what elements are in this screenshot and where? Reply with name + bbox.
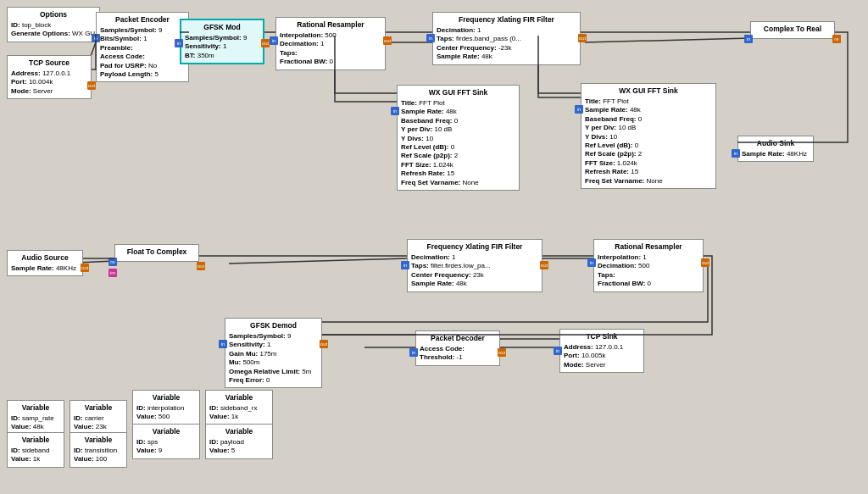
audio-source-out-port: out bbox=[81, 264, 89, 273]
ftc-out-port: out bbox=[197, 262, 205, 271]
ctr-out-port: re bbox=[832, 35, 841, 44]
var-samp-rate-block[interactable]: Variable ID: samp_rate Value: 48k bbox=[7, 400, 64, 436]
gfsk-mod-out-port: out bbox=[261, 39, 270, 48]
svg-line-4 bbox=[585, 38, 750, 42]
rr2-out-port: out bbox=[701, 258, 709, 268]
audio-source-block[interactable]: Audio Source Sample Rate: 48KHz out bbox=[7, 250, 83, 276]
rational-resampler1-block[interactable]: in Rational Resampler Interpolation: 500… bbox=[275, 17, 386, 70]
ftc-im-port: im bbox=[108, 269, 117, 278]
tcp-sink-in-port: in bbox=[554, 347, 562, 356]
var-payload-block[interactable]: Variable ID: payload Value: 5 bbox=[205, 424, 273, 459]
fft2-in-port: in bbox=[575, 105, 583, 114]
tcp-source-block[interactable]: TCP Source Address: 127.0.0.1 Port: 10.0… bbox=[7, 55, 92, 99]
wx-fft-sink2-block[interactable]: in WX GUI FFT Sink Title: FFT Plot Sampl… bbox=[581, 83, 716, 189]
gfsk-demod-block[interactable]: in GFSK Demod Samples/Symbol: 9 Sensitiv… bbox=[225, 318, 322, 388]
ftc-re-port: re bbox=[108, 258, 117, 267]
wx-fft-sink1-block[interactable]: in WX GUI FFT Sink Title: FFT Plot Sampl… bbox=[397, 85, 520, 191]
var-sideband-block[interactable]: Variable ID: sideband Value: 1k bbox=[7, 432, 64, 468]
tcp-sink-block[interactable]: in TCP Sink Address: 127.0.0.1 Port: 10.… bbox=[559, 329, 644, 373]
complex-to-real-block[interactable]: in Complex To Real re bbox=[750, 21, 835, 39]
fxf2-in-port: in bbox=[401, 261, 409, 270]
rational-resampler2-block[interactable]: in Rational Resampler Interpolation: 1 D… bbox=[593, 239, 704, 292]
var-interpolation-block[interactable]: Variable ID: interpolation Value: 500 bbox=[132, 390, 200, 425]
fxf1-in-port: in bbox=[426, 34, 435, 43]
gfsk-mod-block[interactable]: in GFSK Mod Samples/Symbol: 9 Sensitivit… bbox=[180, 19, 264, 64]
rr1-in-port: in bbox=[270, 36, 278, 46]
flow-graph-canvas: Options ID: top_block Generate Options: … bbox=[0, 0, 868, 494]
var-carrier-block[interactable]: Variable ID: carrier Value: 23k bbox=[70, 400, 127, 436]
svg-line-6 bbox=[229, 258, 407, 264]
var-transition-block[interactable]: Variable ID: transisition Value: 100 bbox=[70, 432, 127, 468]
pd-out-port: out bbox=[498, 348, 506, 358]
packet-encoder-in-port: in bbox=[92, 34, 100, 43]
gfsk-demod-out-port: out bbox=[320, 340, 328, 349]
fxf1-out-port: out bbox=[578, 34, 587, 43]
audio-sink-in-port: in bbox=[732, 149, 740, 158]
audio-sink-block[interactable]: in Audio Sink Sample Rate: 48KHz bbox=[737, 136, 814, 162]
freq-xlating-fir1-block[interactable]: in Frequency Xlating FIR Filter Decimati… bbox=[432, 12, 581, 65]
float-to-complex-block[interactable]: re im Float To Complex out bbox=[114, 244, 199, 262]
pd-in-port: in bbox=[409, 348, 418, 358]
gfsk-mod-in-port: in bbox=[175, 39, 183, 48]
gfsk-demod-in-port: in bbox=[219, 340, 227, 349]
rr2-in-port: in bbox=[587, 258, 596, 268]
fft1-in-port: in bbox=[391, 107, 399, 116]
tcp-source-out-port: out bbox=[87, 81, 96, 91]
var-sps-block[interactable]: Variable ID: sps Value: 9 bbox=[132, 424, 200, 459]
packet-decoder-block[interactable]: in Packet Decoder Access Code: Threshold… bbox=[415, 330, 500, 366]
fxf2-out-port: out bbox=[540, 261, 548, 270]
options-block[interactable]: Options ID: top_block Generate Options: … bbox=[7, 7, 100, 42]
rr1-out-port: out bbox=[383, 36, 392, 46]
var-sideband-rx-block[interactable]: Variable ID: sideband_rx Value: 1k bbox=[205, 390, 273, 425]
freq-xlating-fir2-block[interactable]: in Frequency Xlating FIR Filter Decimati… bbox=[407, 239, 542, 292]
ctr-in-port: in bbox=[744, 35, 753, 44]
